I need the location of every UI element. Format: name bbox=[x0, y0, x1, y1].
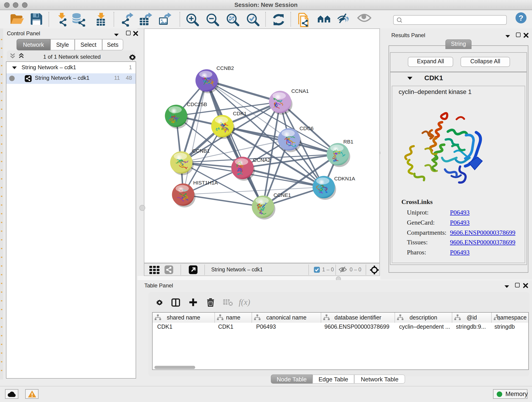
svg-text:CCNE1: CCNE1 bbox=[273, 192, 291, 198]
svg-text:RB1: RB1 bbox=[343, 139, 354, 145]
svg-text:CDC25B: CDC25B bbox=[187, 102, 207, 107]
svg-text:CCNA1: CCNA1 bbox=[291, 88, 309, 94]
svg-text:CDKN1A: CDKN1A bbox=[334, 176, 355, 182]
svg-text:CDK1: CDK1 bbox=[233, 111, 247, 116]
svg-text:CCNA2: CCNA2 bbox=[253, 157, 270, 163]
svg-text:CDC6: CDC6 bbox=[299, 126, 313, 131]
svg-text:?: ? bbox=[519, 13, 524, 22]
svg-text:HIST1H1A: HIST1H1A bbox=[193, 180, 218, 186]
svg-text:CCNB2: CCNB2 bbox=[216, 65, 234, 71]
svg-text:CCNB1: CCNB1 bbox=[192, 148, 210, 154]
